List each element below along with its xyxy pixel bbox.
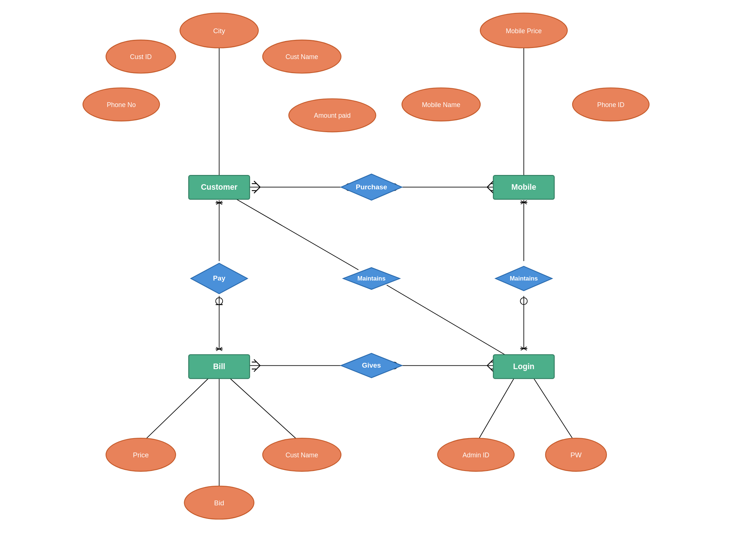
svg-line-21 [476,377,515,444]
entity-login-label: Login [513,362,535,371]
svg-line-6 [441,115,515,178]
entity-bill-label: Bill [213,362,225,371]
svg-line-16 [234,198,358,270]
attribute-cust-name-label: Cust Name [285,53,318,61]
relationship-maintains-left-label: Maintains [357,275,385,282]
relationship-maintains-right-label: Maintains [510,275,538,282]
svg-line-31 [487,187,494,193]
attribute-cust-name-bill-label: Cust Name [285,451,318,459]
svg-line-19 [228,377,302,444]
attribute-phone-id-label: Phone ID [597,101,625,109]
attribute-mobile-name-label: Mobile Name [422,101,460,109]
attribute-pw-label: PW [570,451,582,459]
svg-line-7 [533,115,611,178]
er-diagram: Customer Mobile Bill Login Purchase Pay … [0,0,756,557]
attribute-cust-id-label: Cust ID [130,53,152,61]
svg-line-22 [533,377,576,444]
attribute-admin-id-label: Admin ID [463,451,489,459]
attribute-bid-label: Bid [214,499,224,507]
svg-line-3 [141,115,208,179]
attribute-price-label: Price [133,451,149,459]
svg-line-2 [228,72,302,178]
relationship-pay-label: Pay [213,274,226,282]
relationship-gives-label: Gives [362,361,381,369]
attribute-mobile-price-label: Mobile Price [506,27,542,35]
svg-line-18 [141,377,210,444]
svg-line-4 [232,128,332,180]
entity-mobile-label: Mobile [511,183,536,191]
attribute-city-label: City [213,27,225,35]
relationship-purchase-label: Purchase [356,183,387,191]
svg-line-26 [254,187,260,193]
svg-line-17 [387,285,509,357]
svg-line-1 [141,72,210,178]
attribute-amount-paid-label: Amount paid [314,112,351,119]
entity-customer-label: Customer [201,183,237,191]
attribute-phone-no-label: Phone No [107,101,136,109]
